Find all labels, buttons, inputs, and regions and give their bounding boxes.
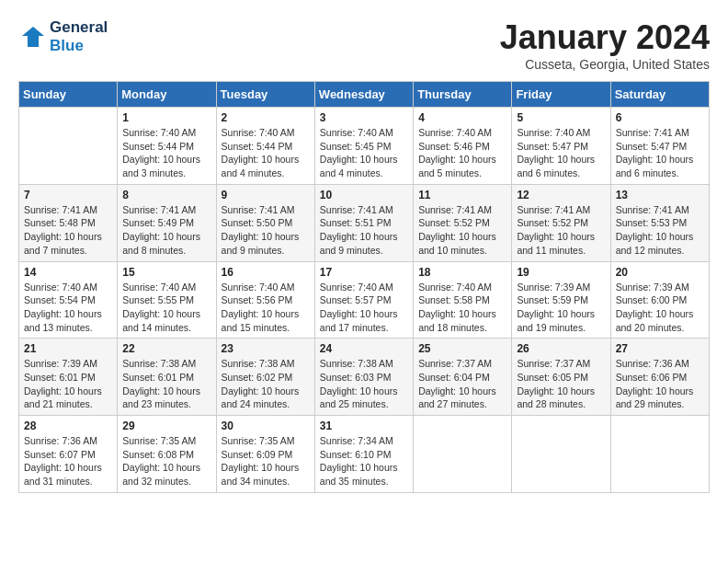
day-cell: 5Sunrise: 7:40 AM Sunset: 5:47 PM Daylig… bbox=[512, 108, 610, 185]
day-cell: 6Sunrise: 7:41 AM Sunset: 5:47 PM Daylig… bbox=[610, 108, 709, 185]
day-info: Sunrise: 7:40 AM Sunset: 5:44 PM Dayligh… bbox=[222, 126, 310, 180]
week-row-2: 7Sunrise: 7:41 AM Sunset: 5:48 PM Daylig… bbox=[19, 184, 710, 261]
day-number: 29 bbox=[122, 419, 210, 432]
day-info: Sunrise: 7:36 AM Sunset: 6:06 PM Dayligh… bbox=[616, 357, 704, 411]
day-number: 4 bbox=[418, 111, 506, 124]
day-cell: 31Sunrise: 7:34 AM Sunset: 6:10 PM Dayli… bbox=[314, 416, 413, 493]
day-cell: 10Sunrise: 7:41 AM Sunset: 5:51 PM Dayli… bbox=[314, 184, 413, 261]
day-number: 7 bbox=[24, 189, 112, 201]
day-info: Sunrise: 7:41 AM Sunset: 5:48 PM Dayligh… bbox=[24, 203, 112, 258]
day-cell: 30Sunrise: 7:35 AM Sunset: 6:09 PM Dayli… bbox=[216, 416, 314, 493]
day-info: Sunrise: 7:36 AM Sunset: 6:07 PM Dayligh… bbox=[24, 434, 112, 488]
day-number: 19 bbox=[517, 266, 605, 279]
header-friday: Friday bbox=[512, 82, 610, 108]
day-number: 9 bbox=[222, 189, 310, 201]
day-number: 2 bbox=[222, 111, 310, 124]
day-number: 23 bbox=[222, 342, 310, 355]
day-number: 28 bbox=[24, 419, 112, 432]
week-row-1: 1Sunrise: 7:40 AM Sunset: 5:44 PM Daylig… bbox=[19, 108, 710, 185]
day-info: Sunrise: 7:38 AM Sunset: 6:03 PM Dayligh… bbox=[320, 357, 408, 411]
day-info: Sunrise: 7:40 AM Sunset: 5:47 PM Dayligh… bbox=[517, 126, 605, 180]
day-number: 5 bbox=[517, 111, 605, 124]
day-cell: 8Sunrise: 7:41 AM Sunset: 5:49 PM Daylig… bbox=[118, 184, 216, 261]
day-info: Sunrise: 7:41 AM Sunset: 5:49 PM Dayligh… bbox=[122, 203, 210, 258]
day-info: Sunrise: 7:40 AM Sunset: 5:55 PM Dayligh… bbox=[122, 281, 210, 335]
day-cell: 25Sunrise: 7:37 AM Sunset: 6:04 PM Dayli… bbox=[414, 339, 512, 416]
day-cell: 23Sunrise: 7:38 AM Sunset: 6:02 PM Dayli… bbox=[216, 339, 314, 416]
location-subtitle: Cusseta, Georgia, United States bbox=[500, 57, 710, 72]
day-info: Sunrise: 7:41 AM Sunset: 5:47 PM Dayligh… bbox=[616, 126, 704, 180]
day-number: 13 bbox=[616, 189, 704, 201]
header-thursday: Thursday bbox=[414, 82, 512, 108]
header-monday: Monday bbox=[118, 82, 216, 108]
day-info: Sunrise: 7:38 AM Sunset: 6:02 PM Dayligh… bbox=[222, 357, 310, 411]
day-number: 26 bbox=[517, 342, 605, 355]
day-info: Sunrise: 7:37 AM Sunset: 6:04 PM Dayligh… bbox=[418, 357, 506, 411]
day-info: Sunrise: 7:41 AM Sunset: 5:50 PM Dayligh… bbox=[222, 203, 310, 258]
day-cell: 13Sunrise: 7:41 AM Sunset: 5:53 PM Dayli… bbox=[610, 184, 709, 261]
day-number: 17 bbox=[320, 266, 408, 279]
title-block: January 2024 Cusseta, Georgia, United St… bbox=[500, 18, 710, 72]
day-cell: 22Sunrise: 7:38 AM Sunset: 6:01 PM Dayli… bbox=[118, 339, 216, 416]
day-cell: 19Sunrise: 7:39 AM Sunset: 5:59 PM Dayli… bbox=[512, 261, 610, 339]
header-tuesday: Tuesday bbox=[216, 82, 314, 108]
calendar-table: SundayMondayTuesdayWednesdayThursdayFrid… bbox=[18, 81, 710, 493]
day-info: Sunrise: 7:40 AM Sunset: 5:46 PM Dayligh… bbox=[418, 126, 506, 180]
day-number: 16 bbox=[222, 266, 310, 279]
day-cell: 2Sunrise: 7:40 AM Sunset: 5:44 PM Daylig… bbox=[216, 108, 314, 185]
day-info: Sunrise: 7:40 AM Sunset: 5:54 PM Dayligh… bbox=[24, 281, 112, 335]
day-info: Sunrise: 7:38 AM Sunset: 6:01 PM Dayligh… bbox=[122, 357, 210, 411]
day-number: 10 bbox=[320, 189, 408, 201]
day-info: Sunrise: 7:40 AM Sunset: 5:57 PM Dayligh… bbox=[320, 281, 408, 335]
day-number: 14 bbox=[24, 266, 112, 279]
day-cell: 17Sunrise: 7:40 AM Sunset: 5:57 PM Dayli… bbox=[314, 261, 413, 339]
day-info: Sunrise: 7:40 AM Sunset: 5:44 PM Dayligh… bbox=[122, 126, 210, 180]
day-number: 27 bbox=[616, 342, 704, 355]
day-info: Sunrise: 7:39 AM Sunset: 5:59 PM Dayligh… bbox=[517, 281, 605, 335]
day-cell: 12Sunrise: 7:41 AM Sunset: 5:52 PM Dayli… bbox=[512, 184, 610, 261]
day-info: Sunrise: 7:39 AM Sunset: 6:01 PM Dayligh… bbox=[24, 357, 112, 411]
day-cell: 9Sunrise: 7:41 AM Sunset: 5:50 PM Daylig… bbox=[216, 184, 314, 261]
day-cell: 29Sunrise: 7:35 AM Sunset: 6:08 PM Dayli… bbox=[118, 416, 216, 493]
day-cell: 4Sunrise: 7:40 AM Sunset: 5:46 PM Daylig… bbox=[414, 108, 512, 185]
day-number: 30 bbox=[222, 419, 310, 432]
day-info: Sunrise: 7:40 AM Sunset: 5:56 PM Dayligh… bbox=[222, 281, 310, 335]
day-cell: 28Sunrise: 7:36 AM Sunset: 6:07 PM Dayli… bbox=[19, 416, 118, 493]
day-info: Sunrise: 7:37 AM Sunset: 6:05 PM Dayligh… bbox=[517, 357, 605, 411]
day-info: Sunrise: 7:41 AM Sunset: 5:51 PM Dayligh… bbox=[320, 203, 408, 258]
day-cell: 27Sunrise: 7:36 AM Sunset: 6:06 PM Dayli… bbox=[610, 339, 709, 416]
day-cell: 16Sunrise: 7:40 AM Sunset: 5:56 PM Dayli… bbox=[216, 261, 314, 339]
day-number: 22 bbox=[122, 342, 210, 355]
week-row-4: 21Sunrise: 7:39 AM Sunset: 6:01 PM Dayli… bbox=[19, 339, 710, 416]
day-cell: 26Sunrise: 7:37 AM Sunset: 6:05 PM Dayli… bbox=[512, 339, 610, 416]
day-info: Sunrise: 7:41 AM Sunset: 5:53 PM Dayligh… bbox=[616, 203, 704, 258]
day-info: Sunrise: 7:35 AM Sunset: 6:09 PM Dayligh… bbox=[222, 434, 310, 488]
day-number: 8 bbox=[122, 189, 210, 201]
day-cell bbox=[19, 108, 118, 185]
day-number: 25 bbox=[418, 342, 506, 355]
day-number: 20 bbox=[616, 266, 704, 279]
day-cell: 24Sunrise: 7:38 AM Sunset: 6:03 PM Dayli… bbox=[314, 339, 413, 416]
day-cell: 15Sunrise: 7:40 AM Sunset: 5:55 PM Dayli… bbox=[118, 261, 216, 339]
day-info: Sunrise: 7:41 AM Sunset: 5:52 PM Dayligh… bbox=[418, 203, 506, 258]
day-number: 31 bbox=[320, 419, 408, 432]
calendar-header-row: SundayMondayTuesdayWednesdayThursdayFrid… bbox=[19, 82, 710, 108]
day-cell: 18Sunrise: 7:40 AM Sunset: 5:58 PM Dayli… bbox=[414, 261, 512, 339]
day-number: 1 bbox=[122, 111, 210, 124]
day-cell bbox=[610, 416, 709, 493]
day-cell: 11Sunrise: 7:41 AM Sunset: 5:52 PM Dayli… bbox=[414, 184, 512, 261]
day-cell bbox=[414, 416, 512, 493]
day-info: Sunrise: 7:40 AM Sunset: 5:58 PM Dayligh… bbox=[418, 281, 506, 335]
header-sunday: Sunday bbox=[19, 82, 118, 108]
day-number: 6 bbox=[616, 111, 704, 124]
logo: General Blue bbox=[18, 18, 108, 55]
day-cell: 1Sunrise: 7:40 AM Sunset: 5:44 PM Daylig… bbox=[118, 108, 216, 185]
day-number: 3 bbox=[320, 111, 408, 124]
day-number: 15 bbox=[122, 266, 210, 279]
logo-icon bbox=[18, 23, 46, 51]
day-info: Sunrise: 7:40 AM Sunset: 5:45 PM Dayligh… bbox=[320, 126, 408, 180]
day-number: 21 bbox=[24, 342, 112, 355]
day-number: 11 bbox=[418, 189, 506, 201]
day-info: Sunrise: 7:35 AM Sunset: 6:08 PM Dayligh… bbox=[122, 434, 210, 488]
day-number: 24 bbox=[320, 342, 408, 355]
